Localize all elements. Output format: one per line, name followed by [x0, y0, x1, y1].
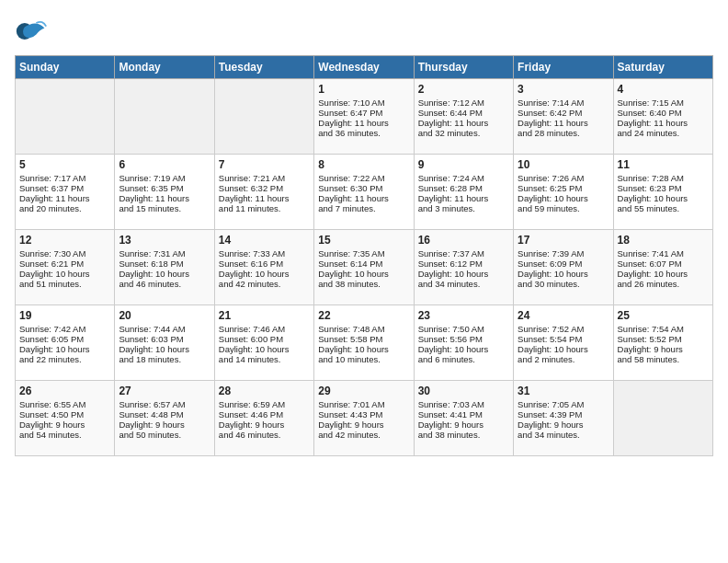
day-info: and 30 minutes. [518, 279, 609, 289]
calendar-cell: 11Sunrise: 7:28 AMSunset: 6:23 PMDayligh… [613, 155, 712, 230]
day-info: Sunrise: 7:24 AM [418, 173, 509, 183]
day-info: Daylight: 11 hours [219, 193, 310, 203]
day-info: Daylight: 9 hours [618, 344, 709, 354]
day-info: Daylight: 11 hours [318, 193, 409, 203]
calendar-cell: 30Sunrise: 7:03 AMSunset: 4:41 PMDayligh… [414, 381, 513, 456]
day-info: Daylight: 10 hours [618, 193, 709, 203]
day-info: Sunrise: 7:54 AM [618, 324, 709, 334]
day-info: Daylight: 10 hours [518, 344, 609, 354]
day-info: and 55 minutes. [618, 203, 709, 213]
calendar-table: SundayMondayTuesdayWednesdayThursdayFrid… [15, 55, 713, 456]
day-info: Daylight: 11 hours [318, 118, 409, 128]
day-info: Sunset: 5:54 PM [518, 334, 609, 344]
day-info: Sunrise: 6:57 AM [119, 399, 210, 409]
day-info: Sunrise: 7:48 AM [318, 324, 409, 334]
dow-saturday: Saturday [613, 56, 712, 79]
day-info: Sunset: 6:25 PM [518, 183, 609, 193]
day-info: and 20 minutes. [19, 203, 110, 213]
day-number: 27 [119, 385, 210, 397]
day-info: Sunrise: 7:03 AM [418, 399, 509, 409]
calendar-cell: 6Sunrise: 7:19 AMSunset: 6:35 PMDaylight… [115, 155, 214, 230]
day-info: Sunrise: 7:39 AM [518, 248, 609, 259]
calendar-cell: 4Sunrise: 7:15 AMSunset: 6:40 PMDaylight… [613, 79, 712, 155]
day-number: 29 [318, 385, 409, 397]
calendar-cell: 24Sunrise: 7:52 AMSunset: 5:54 PMDayligh… [514, 305, 613, 381]
day-info: Sunset: 6:07 PM [618, 259, 709, 269]
day-info: Sunrise: 7:21 AM [219, 173, 310, 183]
day-number: 19 [19, 309, 110, 322]
calendar-cell: 1Sunrise: 7:10 AMSunset: 6:47 PMDaylight… [314, 79, 414, 155]
day-info: and 34 minutes. [418, 279, 509, 289]
calendar-cell: 3Sunrise: 7:14 AMSunset: 6:42 PMDaylight… [514, 79, 613, 155]
day-info: Sunset: 4:41 PM [418, 409, 509, 419]
day-info: Sunrise: 7:30 AM [19, 248, 110, 259]
week-row-1: 1Sunrise: 7:10 AMSunset: 6:47 PMDaylight… [16, 79, 713, 155]
day-info: and 46 minutes. [119, 279, 210, 289]
day-info: Sunrise: 7:33 AM [219, 248, 310, 259]
day-info: and 38 minutes. [318, 279, 409, 289]
day-info: Daylight: 9 hours [518, 419, 609, 430]
week-row-3: 12Sunrise: 7:30 AMSunset: 6:21 PMDayligh… [16, 230, 713, 305]
calendar-cell: 16Sunrise: 7:37 AMSunset: 6:12 PMDayligh… [414, 230, 513, 305]
day-number: 6 [119, 158, 210, 171]
day-info: Sunrise: 7:05 AM [518, 399, 609, 409]
day-number: 20 [119, 309, 210, 322]
day-info: Daylight: 10 hours [119, 344, 210, 354]
calendar-cell: 21Sunrise: 7:46 AMSunset: 6:00 PMDayligh… [214, 305, 313, 381]
calendar-cell: 20Sunrise: 7:44 AMSunset: 6:03 PMDayligh… [115, 305, 214, 381]
calendar-cell: 14Sunrise: 7:33 AMSunset: 6:16 PMDayligh… [214, 230, 313, 305]
day-number: 23 [418, 309, 509, 322]
day-info: Daylight: 11 hours [19, 193, 110, 203]
calendar-cell: 25Sunrise: 7:54 AMSunset: 5:52 PMDayligh… [613, 305, 712, 381]
day-number: 17 [518, 234, 609, 247]
day-info: and 38 minutes. [418, 430, 509, 440]
day-info: Sunrise: 7:26 AM [518, 173, 609, 183]
day-info: Daylight: 11 hours [119, 193, 210, 203]
day-info: Sunset: 6:35 PM [119, 183, 210, 193]
day-info: Sunset: 6:37 PM [19, 183, 110, 193]
day-info: Daylight: 9 hours [119, 419, 210, 430]
day-info: Sunset: 4:50 PM [19, 409, 110, 419]
day-number: 5 [19, 158, 110, 171]
day-number: 25 [618, 309, 709, 322]
day-info: Sunrise: 7:42 AM [19, 324, 110, 334]
day-info: Daylight: 11 hours [518, 118, 609, 128]
day-number: 28 [219, 385, 310, 397]
calendar-cell: 18Sunrise: 7:41 AMSunset: 6:07 PMDayligh… [613, 230, 712, 305]
day-info: and 15 minutes. [119, 203, 210, 213]
day-info: Sunrise: 7:31 AM [119, 248, 210, 259]
day-info: and 54 minutes. [19, 430, 110, 440]
calendar-cell: 26Sunrise: 6:55 AMSunset: 4:50 PMDayligh… [16, 381, 115, 456]
day-number: 16 [418, 234, 509, 247]
calendar-cell [115, 79, 214, 155]
week-row-5: 26Sunrise: 6:55 AMSunset: 4:50 PMDayligh… [16, 381, 713, 456]
dow-thursday: Thursday [414, 56, 513, 79]
day-number: 21 [219, 309, 310, 322]
day-number: 12 [19, 234, 110, 247]
day-info: Sunrise: 7:22 AM [318, 173, 409, 183]
week-row-2: 5Sunrise: 7:17 AMSunset: 6:37 PMDaylight… [16, 155, 713, 230]
calendar-cell: 31Sunrise: 7:05 AMSunset: 4:39 PMDayligh… [514, 381, 613, 456]
day-info: Daylight: 10 hours [219, 344, 310, 354]
day-info: Daylight: 11 hours [418, 118, 509, 128]
day-info: and 42 minutes. [219, 279, 310, 289]
dow-wednesday: Wednesday [314, 56, 414, 79]
calendar-cell: 10Sunrise: 7:26 AMSunset: 6:25 PMDayligh… [514, 155, 613, 230]
day-info: Sunset: 6:18 PM [119, 259, 210, 269]
calendar-cell: 17Sunrise: 7:39 AMSunset: 6:09 PMDayligh… [514, 230, 613, 305]
calendar-cell: 23Sunrise: 7:50 AMSunset: 5:56 PMDayligh… [414, 305, 513, 381]
day-info: Daylight: 11 hours [418, 193, 509, 203]
calendar-cell: 12Sunrise: 7:30 AMSunset: 6:21 PMDayligh… [16, 230, 115, 305]
calendar-cell: 22Sunrise: 7:48 AMSunset: 5:58 PMDayligh… [314, 305, 414, 381]
day-info: Sunset: 6:23 PM [618, 183, 709, 193]
day-number: 11 [618, 158, 709, 171]
day-info: Sunrise: 6:55 AM [19, 399, 110, 409]
day-info: Sunset: 5:52 PM [618, 334, 709, 344]
day-info: Daylight: 10 hours [518, 193, 609, 203]
day-info: and 3 minutes. [418, 203, 509, 213]
day-info: Sunrise: 6:59 AM [219, 399, 310, 409]
calendar-cell: 13Sunrise: 7:31 AMSunset: 6:18 PMDayligh… [115, 230, 214, 305]
day-info: and 24 minutes. [618, 128, 709, 138]
calendar-cell [214, 79, 313, 155]
day-info: and 58 minutes. [618, 354, 709, 364]
